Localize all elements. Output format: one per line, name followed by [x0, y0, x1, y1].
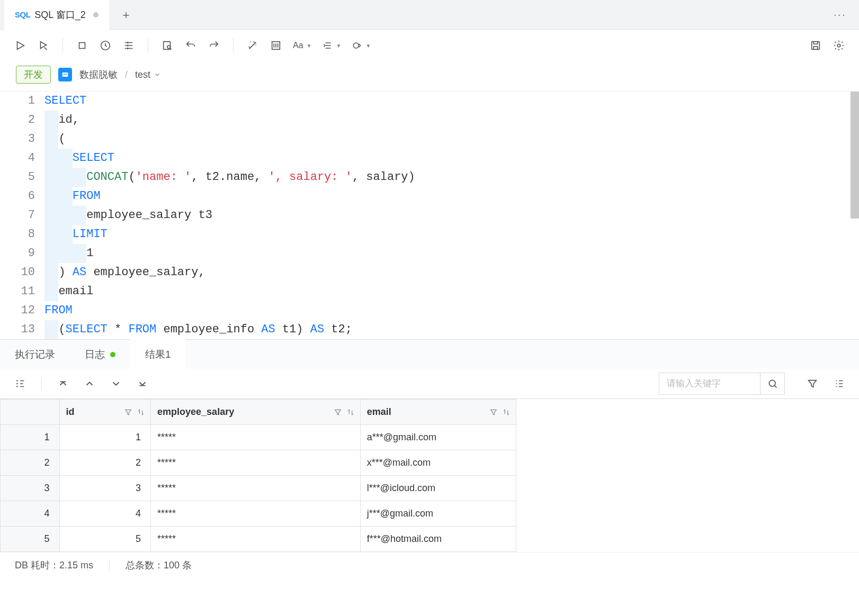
svg-rect-12 [64, 74, 67, 75]
context-bar: 开发 数据脱敏 / test [0, 61, 859, 91]
tab-exec-history[interactable]: 执行记录 [0, 340, 70, 369]
result-search-input[interactable] [659, 373, 760, 394]
rownum-cell: 5 [1, 527, 60, 552]
data-mask-label: 数据脱敏 [79, 68, 118, 81]
svg-rect-0 [79, 43, 85, 49]
table-row[interactable]: 33*****l***@icloud.com [1, 476, 516, 501]
cell-salary[interactable]: ***** [151, 527, 361, 552]
log-new-dot-icon [110, 352, 115, 357]
add-tab-button[interactable]: ＋ [115, 4, 137, 25]
status-count: 总条数：100 条 [126, 559, 192, 572]
rownum-cell: 2 [1, 450, 60, 476]
sort-icon[interactable] [346, 408, 355, 416]
result-prev-button[interactable] [81, 375, 98, 392]
case-toggle-button[interactable]: Aa▼ [290, 36, 315, 55]
cell-email[interactable]: f***@hotmail.com [360, 527, 516, 552]
run-cursor-button[interactable] [34, 36, 53, 55]
result-toolbar [0, 369, 859, 398]
indent-settings-button[interactable]: ▼ [319, 36, 344, 55]
schema-selector[interactable]: test [135, 69, 161, 80]
rownum-cell: 3 [1, 476, 60, 501]
col-header-salary[interactable]: employee_salary [151, 400, 361, 425]
rownum-header [1, 400, 60, 425]
filter-icon[interactable] [334, 408, 342, 416]
cell-salary[interactable]: ***** [151, 501, 361, 527]
undo-button[interactable] [181, 36, 200, 55]
svg-rect-9 [812, 42, 820, 50]
result-search [659, 373, 785, 395]
col-header-email[interactable]: email [360, 400, 516, 425]
svg-point-3 [127, 45, 128, 46]
status-time: DB 耗时：2.15 ms [15, 559, 93, 572]
result-grid: id employee_salary email 11*****a***@gma… [0, 399, 516, 552]
filter-icon[interactable] [489, 408, 498, 416]
explain-plan-button[interactable] [119, 36, 138, 55]
svg-point-4 [127, 48, 128, 49]
sql-badge-icon: SQL [15, 10, 30, 19]
find-button[interactable] [158, 36, 177, 55]
tab-result-1[interactable]: 结果1 [130, 339, 186, 369]
sort-icon[interactable] [502, 408, 511, 416]
save-button[interactable] [806, 36, 825, 55]
result-grid-wrap: id employee_salary email 11*****a***@gma… [0, 398, 859, 552]
result-tab-bar: 执行记录 日志 结果1 [0, 339, 859, 369]
result-last-button[interactable] [134, 375, 151, 392]
tab-log[interactable]: 日志 [70, 340, 130, 369]
tab-title: SQL 窗口_2 [34, 8, 85, 21]
tab-sql-window[interactable]: SQL SQL 窗口_2 [4, 0, 109, 30]
sort-icon[interactable] [137, 408, 145, 416]
tab-bar: SQL SQL 窗口_2 ＋ ··· [0, 0, 859, 30]
table-row[interactable]: 22*****x***@mail.com [1, 450, 516, 476]
cell-id[interactable]: 2 [59, 450, 150, 476]
col-header-id[interactable]: id [59, 400, 150, 425]
cell-id[interactable]: 1 [59, 425, 150, 450]
env-badge: 开发 [16, 66, 51, 84]
table-row[interactable]: 44*****j***@gmail.com [1, 501, 516, 527]
svg-point-10 [837, 44, 840, 47]
tab-modified-dot-icon[interactable] [93, 12, 99, 17]
stop-button[interactable] [73, 36, 92, 55]
tab-overflow-button[interactable]: ··· [825, 8, 855, 22]
filter-icon[interactable] [124, 408, 132, 416]
magic-format-button[interactable] [243, 36, 262, 55]
parameters-button[interactable]: ▼ [348, 36, 374, 55]
cell-id[interactable]: 3 [59, 476, 150, 501]
code-area[interactable]: SELECT id, ( SELECT CONCAT('name: ', t2.… [44, 92, 859, 339]
result-tree-button[interactable] [12, 375, 29, 392]
result-filter-button[interactable] [804, 375, 821, 392]
result-search-button[interactable] [760, 373, 784, 394]
cell-salary[interactable]: ***** [151, 450, 361, 476]
svg-point-13 [769, 380, 775, 386]
cell-email[interactable]: l***@icloud.com [360, 476, 516, 501]
cell-salary[interactable]: ***** [151, 476, 361, 501]
cell-email[interactable]: a***@gmail.com [360, 425, 516, 450]
table-row[interactable]: 55*****f***@hotmail.com [1, 527, 516, 552]
cell-email[interactable]: j***@gmail.com [360, 501, 516, 527]
line-gutter: 12345678910111213 [0, 92, 44, 339]
redo-button[interactable] [204, 36, 223, 55]
result-next-button[interactable] [108, 375, 124, 392]
settings-button[interactable] [829, 36, 848, 55]
table-row[interactable]: 11*****a***@gmail.com [1, 425, 516, 450]
data-mask-icon [58, 68, 72, 81]
rownum-cell: 1 [1, 425, 60, 450]
breadcrumb-sep: / [125, 69, 128, 80]
schedule-button[interactable] [96, 36, 115, 55]
svg-point-8 [354, 43, 359, 48]
column-mode-button[interactable] [266, 36, 285, 55]
rownum-cell: 4 [1, 501, 60, 527]
run-button[interactable] [11, 36, 30, 55]
editor-scrollbar[interactable] [851, 92, 859, 219]
cell-salary[interactable]: ***** [151, 425, 361, 450]
cell-id[interactable]: 5 [59, 527, 150, 552]
result-columns-button[interactable] [830, 375, 847, 392]
editor-toolbar: Aa▼ ▼ ▼ [0, 30, 859, 61]
result-first-button[interactable] [55, 375, 71, 392]
svg-point-2 [127, 42, 128, 43]
sql-editor[interactable]: 12345678910111213 SELECT id, ( SELECT CO… [0, 91, 859, 339]
cell-id[interactable]: 4 [59, 501, 150, 527]
cell-email[interactable]: x***@mail.com [360, 450, 516, 476]
status-bar: DB 耗时：2.15 ms 总条数：100 条 [0, 552, 859, 577]
